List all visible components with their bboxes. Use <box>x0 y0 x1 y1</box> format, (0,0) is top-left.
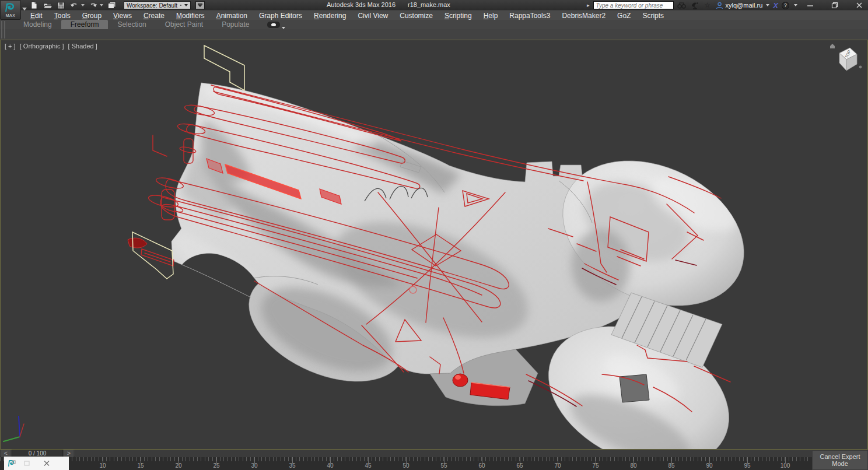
new-file-icon <box>30 1 38 9</box>
close-button[interactable] <box>854 1 864 9</box>
close-x-icon <box>43 460 50 467</box>
binoculars-icon <box>677 2 686 9</box>
frame-tick-label: 85 <box>668 462 674 469</box>
viewcube[interactable]: TOP <box>827 41 864 75</box>
menu-modifiers[interactable]: Modifiers <box>170 12 211 20</box>
menu-edit[interactable]: Edit <box>24 12 48 20</box>
save-floppy-icon <box>57 2 65 9</box>
ribbon-toggle-caret-icon[interactable] <box>282 27 285 29</box>
quick-access-toolbar: Workspace: Default <box>29 1 205 10</box>
scene-render <box>0 40 868 450</box>
viewcube-compass-dot <box>859 66 862 69</box>
close-icon <box>855 1 863 9</box>
viewport-canvas[interactable]: [ + ] [ Orthographic ] [ Shaded ] TOP <box>0 40 868 450</box>
tab-object-paint[interactable]: Object Paint <box>156 20 212 29</box>
help-button[interactable]: ? <box>782 2 789 9</box>
frame-tick-label: 55 <box>440 462 447 469</box>
app-button-label: MAX <box>6 13 16 17</box>
infocenter-expander-icon[interactable]: ▸ <box>587 2 590 8</box>
ribbon-tab-bar: Modeling Freeform Selection Object Paint… <box>0 20 868 29</box>
menu-debrismaker2[interactable]: DebrisMaker2 <box>556 12 611 20</box>
frame-tick-label: 20 <box>175 462 181 469</box>
menu-group[interactable]: Group <box>76 12 107 20</box>
menu-views[interactable]: Views <box>107 12 138 20</box>
time-slider-bar: < 0 / 100 > <box>0 450 868 457</box>
menu-tools[interactable]: Tools <box>48 12 76 20</box>
exchange-apps-icon[interactable]: X <box>773 1 778 10</box>
world-axis-tripod <box>4 416 24 441</box>
frame-tick-label: 65 <box>516 462 523 469</box>
open-folder-icon <box>43 2 52 9</box>
undo-button[interactable] <box>69 1 79 10</box>
undo-caret-icon[interactable] <box>81 4 85 6</box>
search-input[interactable] <box>593 1 674 9</box>
frame-tick-label: 90 <box>706 462 712 469</box>
new-scene-button[interactable] <box>29 1 39 10</box>
account-menu[interactable]: xylq@mail.ru <box>716 2 770 9</box>
3dsmax-mini-logo-icon <box>8 460 16 467</box>
help-caret-icon[interactable] <box>794 4 797 6</box>
menu-rendering[interactable]: Rendering <box>308 12 352 20</box>
menu-civil-view[interactable]: Civil View <box>352 12 394 20</box>
star-icon: ☆ <box>704 2 710 9</box>
search-button[interactable] <box>677 1 687 10</box>
frame-tick-label: 30 <box>251 462 257 469</box>
ribbon-display-toggle[interactable] <box>267 22 280 28</box>
maximize-box-icon <box>24 461 30 467</box>
viewcube-cube[interactable]: TOP <box>839 48 857 71</box>
viewport-label: [ + ] [ Orthographic ] [ Shaded ] <box>5 43 100 50</box>
account-caret-icon <box>766 4 769 6</box>
redo-button[interactable] <box>88 1 98 10</box>
frame-tick-label: 35 <box>289 462 295 469</box>
frame-tick-label: 25 <box>213 462 219 469</box>
redo-caret-icon[interactable] <box>100 4 103 6</box>
ribbon-drag-handle[interactable] <box>1 21 5 38</box>
communication-center-button[interactable] <box>690 1 699 10</box>
window-controls <box>805 0 864 10</box>
viewcube-home-icon[interactable] <box>830 44 835 48</box>
toolbar-overflow-button[interactable] <box>195 1 205 9</box>
frame-tick-label: 60 <box>478 462 485 469</box>
frame-tick-label: 70 <box>554 462 561 469</box>
workspace-selector[interactable]: Workspace: Default <box>124 1 191 9</box>
viewport-menu-shading[interactable]: [ Shaded ] <box>68 43 97 50</box>
frame-tick-label: 75 <box>592 462 598 469</box>
tab-freeform[interactable]: Freeform <box>61 20 108 29</box>
time-slider-track[interactable] <box>75 450 868 457</box>
frame-tick-label: 100 <box>780 462 790 469</box>
fragment-maximize-button[interactable] <box>19 458 34 469</box>
menu-create[interactable]: Create <box>138 12 170 20</box>
file-title: r18_make.max <box>408 1 450 8</box>
viewport-menu-general[interactable]: [ + ] <box>5 43 16 50</box>
tab-modeling[interactable]: Modeling <box>14 20 61 29</box>
tab-selection[interactable]: Selection <box>108 20 155 29</box>
workspace-divider <box>180 5 181 6</box>
cancel-expert-mode-button[interactable]: Cancel Expert Mode <box>812 450 868 470</box>
open-file-button[interactable] <box>43 1 52 10</box>
workspace-caret-icon <box>184 4 188 6</box>
tab-populate[interactable]: Populate <box>212 20 258 29</box>
app-menu-caret-icon[interactable] <box>22 8 27 10</box>
menu-help[interactable]: Help <box>478 12 504 20</box>
menu-scripting[interactable]: Scripting <box>439 12 478 20</box>
fragment-close-button[interactable] <box>39 458 54 469</box>
frame-tick-label: 80 <box>630 462 636 469</box>
project-folder-button[interactable] <box>107 1 117 10</box>
menu-rappatools3[interactable]: RappaTools3 <box>503 12 556 20</box>
ribbon-collapsed-area <box>0 29 868 40</box>
menu-animation[interactable]: Animation <box>211 12 253 20</box>
maximize-button[interactable] <box>830 1 840 9</box>
project-folder-icon <box>107 1 117 9</box>
menu-goz[interactable]: GoZ <box>611 12 636 20</box>
menu-graph-editors[interactable]: Graph Editors <box>253 12 308 20</box>
application-menu-button[interactable]: MAX <box>0 0 21 20</box>
viewport-menu-pov[interactable]: [ Orthographic ] <box>20 43 64 50</box>
favorites-button[interactable]: ☆ <box>703 1 712 10</box>
menu-scripts[interactable]: Scripts <box>636 12 670 20</box>
fragment-app-button[interactable] <box>4 458 19 469</box>
frame-tick-label: 50 <box>402 462 409 469</box>
minimize-button[interactable] <box>805 1 816 9</box>
save-file-button[interactable] <box>56 1 66 10</box>
menu-customize[interactable]: Customize <box>394 12 439 20</box>
track-bar-ruler[interactable]: 0 5 10 15 20 25 30 35 40 45 50 55 60 65 … <box>0 457 868 470</box>
